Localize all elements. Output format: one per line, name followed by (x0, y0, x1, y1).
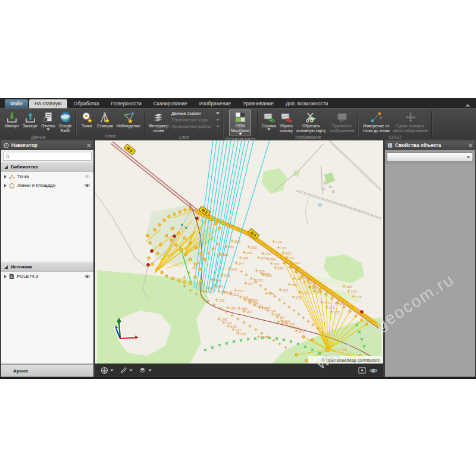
svg-text:183: 183 (283, 289, 289, 292)
properties-body (385, 164, 475, 377)
file-icon (9, 273, 14, 280)
observation-icon (122, 111, 135, 124)
svg-text:177: 177 (312, 286, 319, 290)
chevron-up-icon (465, 104, 470, 107)
app-window: Файл На главную Обработка Поверхности Ск… (0, 98, 476, 379)
osm-mapquest-button[interactable]: OSM MapQuest (229, 109, 251, 136)
tab-home[interactable]: На главную (29, 99, 67, 108)
point-button[interactable]: Точка (79, 109, 95, 130)
close-icon[interactable] (468, 143, 472, 148)
expand-arrow-icon[interactable] (4, 275, 7, 278)
survey-data-menu[interactable]: Данные съемки (171, 111, 220, 115)
svg-text:208: 208 (299, 271, 305, 275)
tree-item-source-file[interactable]: POLE74.3 (1, 272, 93, 281)
import-button[interactable]: Импорт (3, 109, 21, 130)
tab-processing[interactable]: Обработка (68, 99, 105, 108)
attach-image-button[interactable]: Привязать изображение (328, 109, 356, 134)
svg-text:186: 186 (252, 299, 259, 302)
svg-text:233: 233 (274, 262, 280, 266)
svg-text:150: 150 (281, 321, 287, 324)
shift-rotate-scale-button[interactable]: Сдвиг, поворот, масштабирование (392, 109, 430, 134)
tab-extras[interactable]: Доп. возможности (280, 99, 333, 108)
export-button[interactable]: Экспорт (21, 109, 40, 130)
navigator-header: Навигатор (1, 140, 93, 150)
layer-manager-button[interactable]: Менеджер слоев (147, 109, 170, 134)
basemap-globe-button[interactable] (101, 367, 114, 374)
station-icon (98, 111, 111, 124)
svg-text:210: 210 (294, 267, 300, 270)
search-input[interactable] (12, 153, 89, 159)
svg-text:248: 248 (243, 256, 249, 260)
tab-file[interactable]: Файл (5, 99, 28, 108)
archive-bar[interactable]: Архив (1, 364, 93, 377)
google-earth-button[interactable]: Google Earth (57, 109, 74, 134)
svg-text:232: 232 (278, 267, 284, 270)
svg-text:198: 198 (317, 290, 323, 293)
close-icon[interactable] (87, 143, 91, 148)
navigator-panel: Навигатор Библиотека (1, 140, 93, 377)
visibility-eye-icon[interactable] (84, 183, 90, 187)
unlink-button[interactable]: Убрать ссылку (278, 109, 295, 134)
tree-item-points[interactable]: Точки (1, 172, 93, 181)
ribbon-group-images: Ссылка Убрать ссылку Обрезать основную к… (258, 109, 358, 139)
svg-text:254: 254 (228, 245, 235, 249)
measure-point-to-point-button[interactable]: Измерение от точки до точки (361, 109, 391, 134)
tree-item-lines-areas[interactable]: Линии и площади (1, 181, 93, 190)
svg-text:173: 173 (329, 306, 336, 309)
svg-text:205: 205 (303, 276, 310, 280)
orbit-3d-icon[interactable] (369, 367, 378, 374)
linked-files-menu[interactable]: Привязанные файлы (171, 124, 220, 129)
properties-grid-icon (387, 143, 393, 148)
observation-button[interactable]: Наблюдение (115, 109, 142, 130)
dropdown-caret-icon (110, 369, 114, 371)
osm-basemap-icon (234, 111, 247, 124)
svg-text:200: 200 (307, 281, 314, 284)
tab-adjustment[interactable]: Уравнивание (237, 99, 279, 108)
svg-text:245: 245 (224, 274, 231, 277)
expand-arrow-icon[interactable] (4, 184, 7, 187)
section-expander-icon (4, 165, 8, 169)
import-icon (5, 111, 18, 124)
image-frame-icon[interactable] (358, 367, 366, 374)
layers-icon (139, 367, 146, 374)
tab-image[interactable]: Изображение (194, 99, 237, 108)
svg-text:244: 244 (214, 278, 221, 282)
section-library[interactable]: Библиотека (1, 162, 93, 172)
ribbon-group-cogo: Измерение от точки до точки Сдвиг, повор… (359, 109, 431, 139)
link-button[interactable]: Ссылка (260, 109, 278, 131)
thematic-codes-menu[interactable]: Тематические коды (171, 118, 220, 122)
properties-panel: Свойства объекта (385, 140, 475, 377)
svg-text:236: 236 (265, 252, 272, 256)
layers-visibility-button[interactable] (139, 367, 152, 374)
svg-text:219: 219 (266, 274, 273, 277)
dropdown-caret-icon (216, 112, 220, 114)
station-button[interactable]: Станция (95, 109, 115, 130)
map-viewport[interactable]: 2552542532502492482472462452442432422412… (95, 140, 383, 364)
crop-basemap-button[interactable]: Обрезать основную карту (295, 109, 328, 134)
crop-map-icon (305, 111, 318, 124)
draw-tool-button[interactable] (120, 367, 133, 374)
expand-arrow-icon[interactable] (4, 175, 7, 178)
section-source[interactable]: Источник (1, 262, 93, 272)
svg-text:172: 172 (334, 311, 340, 314)
svg-text:187: 187 (246, 310, 253, 314)
reports-button[interactable]: Отчеты (39, 109, 57, 131)
map-panel: 2552542532502492482472462452442432422412… (95, 140, 383, 377)
svg-text:163: 163 (299, 330, 305, 333)
map-canvas[interactable]: 2552542532502492482472462452442432422412… (95, 140, 381, 364)
object-selector-dropdown[interactable] (387, 152, 473, 162)
library-block: Библиотека Точки Линии и площади (1, 150, 93, 260)
tab-surfaces[interactable]: Поверхности (105, 99, 146, 108)
main-area: Навигатор Библиотека (0, 139, 476, 378)
svg-text:212: 212 (233, 293, 240, 296)
visibility-eye-icon[interactable] (84, 174, 90, 178)
section-expander-icon (4, 265, 8, 269)
svg-text:182: 182 (292, 283, 298, 287)
ribbon-collapse-button[interactable] (465, 104, 470, 107)
visibility-eye-icon[interactable] (84, 274, 90, 278)
globe-icon (101, 367, 108, 374)
svg-text:222: 222 (286, 252, 292, 255)
svg-text:234: 234 (270, 258, 277, 261)
tab-scanning[interactable]: Сканирование (148, 99, 193, 108)
point-icon (80, 111, 93, 124)
